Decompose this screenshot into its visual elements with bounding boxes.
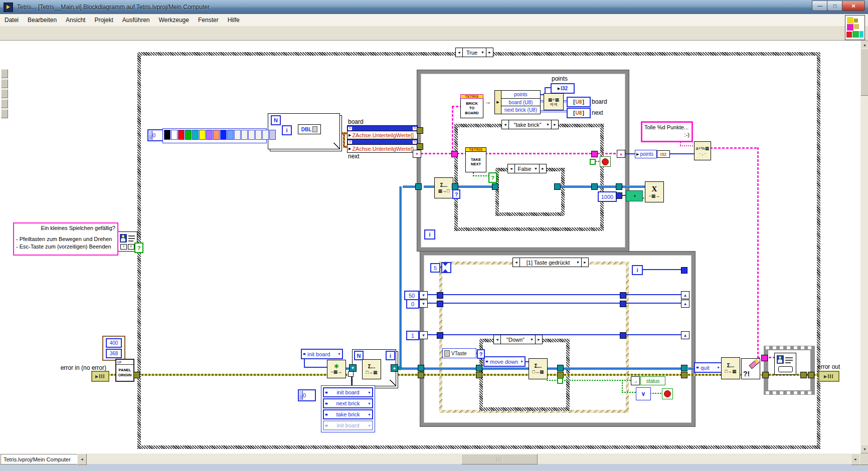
panel-origin-subvi[interactable]: UI PANEL ORIGIN xyxy=(115,359,134,382)
color-swatch[interactable] xyxy=(171,130,178,140)
board-indicator[interactable]: [U8] xyxy=(567,97,591,107)
menu-werkzeuge[interactable]: Werkzeuge xyxy=(154,15,193,25)
shift-register-left[interactable]: ▼ xyxy=(413,150,421,158)
move-down-enum-constant[interactable]: move down ▼ xyxy=(483,356,526,367)
scroll-left-button[interactable]: ◄ xyxy=(77,453,87,465)
points-indicator[interactable]: ▶I32 xyxy=(551,83,575,94)
enum-spinner-icon[interactable] xyxy=(485,359,489,364)
color-swatch[interactable] xyxy=(248,130,255,140)
enum-spinner-icon[interactable] xyxy=(325,401,328,406)
case-selector-terminal[interactable]: ? xyxy=(452,189,460,199)
color-swatch[interactable] xyxy=(164,130,170,140)
iteration-terminal[interactable]: i xyxy=(424,229,435,240)
unbundle-by-name-node[interactable]: ▶ points board (U8) next brick (U8) xyxy=(494,90,541,114)
chevron-down-icon[interactable]: ▼ xyxy=(530,335,535,344)
enum-array-element[interactable]: next brick ▼ xyxy=(323,398,373,408)
case-prev-icon[interactable]: ◄ xyxy=(513,258,520,267)
enum-spinner-icon[interactable] xyxy=(325,423,328,428)
enum-spinner-icon[interactable] xyxy=(325,390,328,395)
vi-icon[interactable] xyxy=(845,15,865,40)
case-selector-terminal[interactable]: ? xyxy=(134,243,143,253)
case-next-icon[interactable]: ► xyxy=(486,48,493,57)
status-indicator[interactable]: status xyxy=(640,376,665,385)
color-swatch[interactable] xyxy=(241,130,248,140)
loop-stop-terminal[interactable] xyxy=(600,156,611,167)
enum-array-constant[interactable]: init board ▼ next brick ▼ take brick ▼ i… xyxy=(321,385,375,432)
case-prev-icon[interactable]: ◄ xyxy=(456,48,463,57)
menu-hilfe[interactable]: Hilfe xyxy=(223,15,244,25)
iteration-terminal[interactable]: i xyxy=(282,125,292,135)
points-local-variable[interactable]: ▶points xyxy=(635,150,657,158)
cluster-row-points[interactable]: points xyxy=(501,91,540,99)
shift-register-right[interactable]: ▲ xyxy=(681,300,689,308)
color-swatch[interactable] xyxy=(234,130,241,140)
enum-array-element[interactable]: init board ▼ xyxy=(323,387,373,397)
event-selector[interactable]: ◄ [1] Taste gedrückt ▼ ► xyxy=(512,258,589,267)
quit-enum-constant[interactable]: quit ▼ xyxy=(694,362,722,373)
take-brick-selector[interactable]: ◄ "take brick" ▼ ► xyxy=(501,120,559,129)
false-selector-terminal[interactable]: ? xyxy=(488,172,497,183)
color-swatch[interactable] xyxy=(269,130,276,140)
dbl-constant[interactable]: DBL xyxy=(298,124,321,134)
shift-register-right[interactable]: ▲ xyxy=(681,291,689,299)
case-next-icon[interactable]: ► xyxy=(551,120,558,129)
case-next-icon[interactable]: ► xyxy=(535,335,542,344)
color-array-constant[interactable] xyxy=(162,128,267,143)
enum-array-element[interactable]: take brick ▼ xyxy=(323,409,373,419)
shift-register-left[interactable]: ▼ xyxy=(419,331,428,339)
color-swatch[interactable] xyxy=(220,130,227,140)
chevron-down-icon[interactable]: ▼ xyxy=(534,164,539,173)
wait-constant[interactable]: 1000 xyxy=(598,191,617,202)
numeric-constant-368[interactable]: 368 xyxy=(106,349,122,358)
color-swatch[interactable] xyxy=(206,130,213,140)
clear-errors-node[interactable]: ?! xyxy=(741,358,760,379)
chevron-down-icon[interactable]: ▼ xyxy=(367,391,372,394)
case-prev-icon[interactable]: ◄ xyxy=(502,120,509,129)
menu-ansicht[interactable]: Ansicht xyxy=(61,15,90,25)
property-node-next[interactable]: ?!?! ▶ZAchse.UnterteilgWerte[] xyxy=(347,139,418,153)
chevron-down-icon[interactable]: ▼ xyxy=(519,360,525,363)
enum-array-element-ghost[interactable]: init board ▼ xyxy=(323,420,373,430)
menu-datei[interactable]: Datei xyxy=(0,15,23,25)
enqueue-element-node[interactable]: Σ... □→▦ xyxy=(362,359,381,379)
timeout-constant[interactable]: 5 xyxy=(430,263,440,273)
horizontal-scrollbar-thumb[interactable] xyxy=(461,454,538,464)
color-swatch[interactable] xyxy=(199,130,206,140)
shift-register-right[interactable]: ▲ xyxy=(681,331,689,339)
chevron-down-icon[interactable]: ▼ xyxy=(716,366,721,369)
error-out-terminal[interactable]: ▶ xyxy=(818,371,839,382)
case-prev-icon[interactable]: ◄ xyxy=(508,164,515,173)
down-selector[interactable]: ◄ "Down" ▼ ► xyxy=(493,335,543,344)
one-button-dialog-node[interactable] xyxy=(774,353,796,375)
constant-1[interactable]: 1 xyxy=(406,331,419,340)
init-board-enum-constant[interactable]: init board ▼ xyxy=(301,349,343,359)
title-bar[interactable]: Tetris... [Tetris__Main.vi] Blockdiagram… xyxy=(0,0,868,14)
close-button[interactable]: × xyxy=(842,1,865,11)
color-swatch[interactable] xyxy=(255,130,262,140)
comment-box[interactable]: Ein kleines Spielchen gefällig? - Pfeilt… xyxy=(13,222,118,256)
menu-bearbeiten[interactable]: Bearbeiten xyxy=(23,15,61,25)
project-context-tab[interactable]: Tetris.lvproj/Mein Computer xyxy=(1,454,80,464)
cluster-row-next-brick[interactable]: next brick (U8) xyxy=(501,106,540,114)
tetris-take-next-subvi[interactable]: TETRIS TAKE NEXT xyxy=(465,147,486,172)
menu-projekt[interactable]: Projekt xyxy=(90,15,117,25)
color-swatch[interactable] xyxy=(185,130,192,140)
case-prev-icon[interactable]: ◄ xyxy=(494,335,501,344)
status-local-arrow[interactable]: → xyxy=(631,376,640,385)
enqueue-element-node[interactable]: Σ... □→▦ xyxy=(721,357,740,379)
enum-spinner-icon[interactable] xyxy=(303,351,306,357)
format-string-constant[interactable]: Tolle %d Punkte... :-) xyxy=(641,121,693,142)
chevron-down-icon[interactable]: ▼ xyxy=(336,352,342,356)
iteration-terminal[interactable]: i xyxy=(632,265,643,275)
property-node-board[interactable]: ?!?! ▶ZAchse.UnterteilgWerte[] xyxy=(347,125,418,139)
chevron-down-icon[interactable]: ▼ xyxy=(367,402,372,405)
menu-ausfuehren[interactable]: Ausführen xyxy=(118,15,154,25)
color-swatch[interactable] xyxy=(192,130,199,140)
false-selector[interactable]: ◄ False ▼ ► xyxy=(507,164,547,173)
maximize-button[interactable]: □ xyxy=(827,1,843,11)
vertical-scrollbar-thumb[interactable] xyxy=(860,49,868,96)
format-into-string-node[interactable]: a+%▦ · ‚ · xyxy=(694,141,711,160)
tetris-brick-to-board-subvi[interactable]: TETRIS BRICK TO BOARD xyxy=(460,94,483,118)
outer-case-selector[interactable]: ◄ True ▼ ► xyxy=(455,48,493,57)
iteration-terminal[interactable]: i xyxy=(386,351,395,360)
